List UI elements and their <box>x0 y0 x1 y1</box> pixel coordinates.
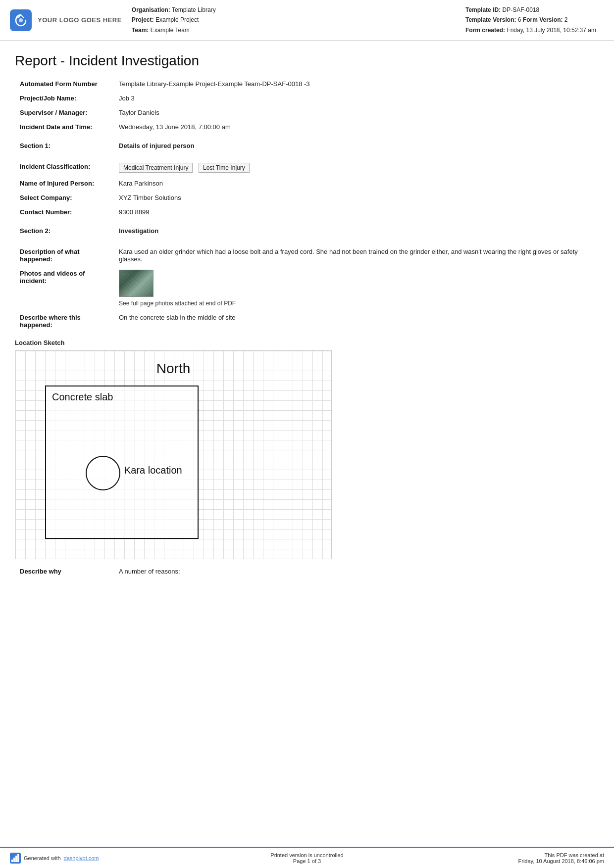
kara-circle <box>86 456 120 490</box>
form-created-label: Form created: <box>465 27 505 34</box>
incident-classification-values: Medical Treatment Injury Lost Time Injur… <box>114 159 599 176</box>
form-table: Automated Form Number Template Library-E… <box>15 77 599 332</box>
automated-form-number-row: Automated Form Number Template Library-E… <box>15 77 599 91</box>
description-row: Description of what happened: Kara used … <box>15 244 599 266</box>
describe-where-label: Describe where this happened: <box>15 310 114 332</box>
name-injured-value: Kara Parkinson <box>114 176 599 191</box>
page-total: 3 <box>318 858 321 864</box>
name-injured-label: Name of Injured Person: <box>15 176 114 191</box>
select-company-label: Select Company: <box>15 191 114 205</box>
svg-rect-4 <box>15 856 17 862</box>
incident-classification-label: Incident Classification: <box>15 159 114 176</box>
automated-form-number-value: Template Library-Example Project-Example… <box>114 77 599 91</box>
sketch-north-label: North <box>15 361 331 377</box>
footer-center: Printed version is uncontrolled Page 1 o… <box>208 852 406 864</box>
section1-row: Section 1: Details of injured person <box>15 134 599 152</box>
contact-number-label: Contact Number: <box>15 205 114 219</box>
page-label: Page <box>293 858 306 864</box>
supervisor-row: Supervisor / Manager: Taylor Daniels <box>15 105 599 120</box>
incident-date-value: Wednesday, 13 June 2018, 7:00:00 am <box>114 120 599 134</box>
main-content: Report - Incident Investigation Automate… <box>0 41 614 618</box>
photos-label: Photos and videos of incident: <box>15 266 114 310</box>
project-label: Project: <box>132 16 154 23</box>
section2-label: Section 2: <box>15 219 114 238</box>
logo-area: YOUR LOGO GOES HERE <box>10 5 122 35</box>
page-current: 1 <box>307 858 310 864</box>
section2-value: Investigation <box>114 219 599 238</box>
report-title: Report - Incident Investigation <box>15 53 599 69</box>
contact-number-row: Contact Number: 9300 8899 <box>15 205 599 219</box>
logo-icon <box>10 9 32 31</box>
supervisor-label: Supervisor / Manager: <box>15 105 114 120</box>
concrete-slab-box: Concrete slab Kara location <box>45 386 199 539</box>
describe-why-row: Describe why A number of reasons: <box>15 564 599 579</box>
team-line: Team: Example Team <box>132 25 456 35</box>
print-notice: Printed version is uncontrolled <box>208 852 406 858</box>
page-footer: Generated with dashpivot.com Printed ver… <box>0 847 614 868</box>
project-value: Example Project <box>155 16 199 23</box>
project-job-name-value: Job 3 <box>114 91 599 105</box>
contact-number-value: 9300 8899 <box>114 205 599 219</box>
describe-why-section: Describe why A number of reasons: <box>15 564 599 579</box>
concrete-slab-label: Concrete slab <box>52 391 113 403</box>
page-of: of <box>312 858 316 864</box>
classification-item-1: Medical Treatment Injury <box>119 163 193 173</box>
template-id-label: Template ID: <box>465 6 501 13</box>
template-id-value: DP-SAF-0018 <box>502 6 539 13</box>
photos-row: Photos and videos of incident: See full … <box>15 266 599 310</box>
section1-value: Details of injured person <box>114 134 599 152</box>
project-line: Project: Example Project <box>132 15 456 25</box>
describe-why-table: Describe why A number of reasons: <box>15 564 599 579</box>
brand-icon <box>10 853 21 864</box>
description-value: Kara used an older grinder which had a l… <box>114 244 599 266</box>
svg-point-0 <box>19 18 23 22</box>
project-job-name-label: Project/Job Name: <box>15 91 114 105</box>
sketch-content: North Concrete slab Kara location <box>15 351 331 559</box>
brand-link[interactable]: dashpivot.com <box>64 855 99 861</box>
footer-right: This PDF was created at Friday, 10 Augus… <box>406 852 604 864</box>
header-right: Template ID: DP-SAF-0018 Template Versio… <box>465 5 604 35</box>
logo-text: YOUR LOGO GOES HERE <box>38 16 122 24</box>
incident-date-label: Incident Date and Time: <box>15 120 114 134</box>
classification-item-2: Lost Time Injury <box>199 163 250 173</box>
location-sketch-label: Location Sketch <box>15 339 599 346</box>
description-label: Description of what happened: <box>15 244 114 266</box>
describe-why-value: A number of reasons: <box>114 564 599 579</box>
project-job-name-row: Project/Job Name: Job 3 <box>15 91 599 105</box>
describe-where-row: Describe where this happened: On the con… <box>15 310 599 332</box>
photo-thumbnail <box>119 270 154 297</box>
svg-rect-3 <box>13 858 15 862</box>
incident-classification-row: Incident Classification: Medical Treatme… <box>15 159 599 176</box>
page-info: Page 1 of 3 <box>208 858 406 864</box>
org-value: Template Library <box>172 6 216 13</box>
team-label: Team: <box>132 27 149 34</box>
describe-why-label: Describe why <box>15 564 114 579</box>
org-line: Organisation: Template Library <box>132 5 456 15</box>
template-version-line: Template Version: 6 Form Version: 2 <box>465 15 604 25</box>
form-created-value: Friday, 13 July 2018, 10:52:37 am <box>507 27 596 34</box>
template-id-line: Template ID: DP-SAF-0018 <box>465 5 604 15</box>
created-label: This PDF was created at <box>406 852 604 858</box>
photo-caption: See full page photos attached at end of … <box>119 300 594 307</box>
svg-rect-2 <box>11 860 13 862</box>
created-value: Friday, 10 August 2018, 8:46:06 pm <box>406 858 604 864</box>
sketch-container: North Concrete slab Kara location <box>15 350 332 559</box>
name-injured-row: Name of Injured Person: Kara Parkinson <box>15 176 599 191</box>
photos-content: See full page photos attached at end of … <box>114 266 599 310</box>
svg-rect-5 <box>17 854 19 862</box>
select-company-row: Select Company: XYZ Timber Solutions <box>15 191 599 205</box>
footer-left: Generated with dashpivot.com <box>10 853 208 864</box>
header-meta: Organisation: Template Library Project: … <box>132 5 456 35</box>
org-label: Organisation: <box>132 6 170 13</box>
incident-date-row: Incident Date and Time: Wednesday, 13 Ju… <box>15 120 599 134</box>
select-company-value: XYZ Timber Solutions <box>114 191 599 205</box>
section1-label: Section 1: <box>15 134 114 152</box>
team-value: Example Team <box>151 27 190 34</box>
form-created-line: Form created: Friday, 13 July 2018, 10:5… <box>465 25 604 35</box>
section2-row: Section 2: Investigation <box>15 219 599 238</box>
supervisor-value: Taylor Daniels <box>114 105 599 120</box>
kara-location-label: Kara location <box>124 465 182 476</box>
generated-text: Generated with <box>24 855 61 861</box>
page-header: YOUR LOGO GOES HERE Organisation: Templa… <box>0 0 614 41</box>
describe-where-value: On the concrete slab in the middle of si… <box>114 310 599 332</box>
